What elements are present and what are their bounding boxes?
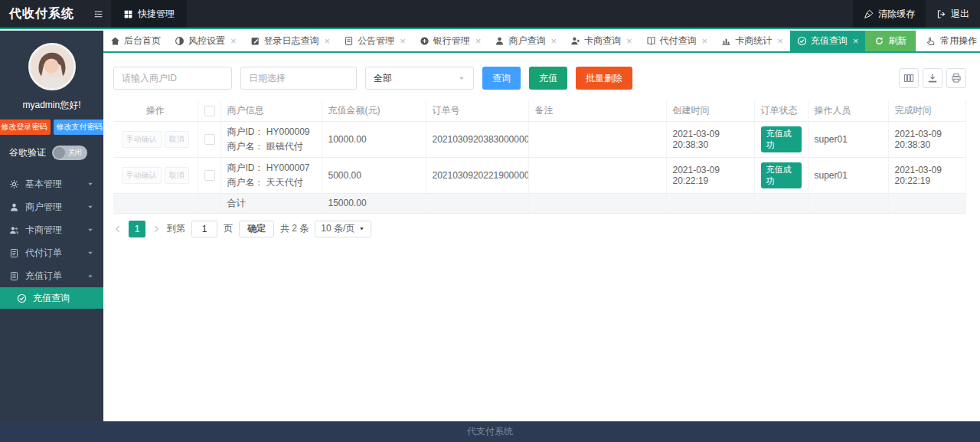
table-header-row: 操作 商户信息 充值金额(元) 订单号 备注 创建时间 订单状态 操作人员 完成…	[113, 100, 966, 121]
change-pay-password-button[interactable]: 修改支付密码	[54, 120, 106, 135]
cancel-button[interactable]: 取消	[165, 131, 189, 148]
batch-delete-button[interactable]: 批量删除	[576, 67, 632, 90]
logout-label: 退出	[951, 8, 969, 21]
change-login-password-button[interactable]: 修改登录密码	[0, 120, 51, 135]
tab-label: 银行管理	[433, 34, 470, 47]
cancel-button[interactable]: 取消	[165, 167, 189, 184]
sidebar-item-recharge-query[interactable]: 充值查询	[0, 287, 103, 309]
grid-icon	[123, 9, 133, 19]
col-header-merchant-info: 商户信息	[220, 100, 322, 121]
sidebar-item-basic-management[interactable]: 基本管理	[0, 172, 103, 195]
home-icon	[110, 36, 120, 46]
topbar-spacer	[187, 0, 853, 28]
tab-notice-management[interactable]: 公告管理 ×	[337, 31, 413, 51]
total-amount: 15000.00	[322, 193, 426, 213]
tab-label: 公告管理	[358, 34, 394, 47]
col-header-operator: 操作人员	[808, 100, 888, 121]
col-header-created: 创建时间	[666, 100, 754, 121]
row-checkbox[interactable]	[204, 170, 215, 181]
search-button[interactable]: 查询	[482, 67, 521, 90]
filter-bar: 全部 查询 充值 批量删除	[103, 53, 980, 90]
refresh-button[interactable]: 刷新	[865, 31, 916, 51]
tab-merchant-query[interactable]: 商户查询 ×	[488, 31, 564, 51]
close-tab-icon[interactable]: ×	[626, 36, 632, 46]
select-all-checkbox[interactable]	[204, 106, 215, 116]
print-button[interactable]	[946, 68, 966, 88]
tab-label: 充值查询	[811, 34, 848, 47]
manual-confirm-button[interactable]: 手动确认	[122, 167, 162, 184]
broom-icon	[864, 9, 874, 19]
sidebar-item-merchant-management[interactable]: 商户管理	[0, 195, 103, 218]
date-picker-input[interactable]	[240, 67, 357, 90]
sidebar-item-recharge-orders[interactable]: 充值订单	[0, 264, 103, 287]
amount-cell: 5000.00	[322, 157, 426, 193]
page-footer: 代支付系统	[0, 421, 980, 442]
tab-bank-management[interactable]: 银行管理 ×	[413, 31, 488, 51]
top-bar: 代收付系统 快捷管理 清除缓存 退出	[0, 0, 980, 29]
prev-page-icon[interactable]	[113, 224, 122, 234]
goto-confirm-button[interactable]: 确定	[239, 221, 274, 237]
sidebar-toggle-icon[interactable]	[86, 0, 111, 28]
menu-label: 卡商管理	[25, 224, 80, 237]
chevron-down-icon	[458, 74, 466, 82]
menu-label: 代付订单	[25, 247, 80, 260]
gear-icon	[9, 179, 19, 189]
row-checkbox[interactable]	[204, 134, 215, 145]
quick-manage-tab[interactable]: 快捷管理	[111, 0, 187, 28]
page-size-value: 10 条/页	[321, 222, 354, 235]
tab-pay-query[interactable]: 代付查询 ×	[639, 31, 715, 51]
sidebar-item-card-merchant-management[interactable]: 卡商管理	[0, 218, 103, 241]
logout-button[interactable]: 退出	[926, 0, 980, 28]
tab-card-merchant-stats[interactable]: 卡商统计 ×	[714, 31, 790, 51]
tab-recharge-query[interactable]: 充值查询 ×	[790, 31, 866, 51]
book-icon	[646, 36, 656, 46]
clear-cache-button[interactable]: 清除缓存	[853, 0, 926, 28]
tab-login-log-query[interactable]: 登录日志查询 ×	[243, 31, 338, 51]
close-tab-icon[interactable]: ×	[853, 36, 859, 46]
toggle-state-label: 关闭	[68, 148, 82, 158]
tab-risk-settings[interactable]: 风控设置 ×	[168, 31, 243, 51]
tab-label: 后台首页	[124, 34, 161, 47]
chevron-up-icon	[87, 272, 94, 280]
next-page-icon[interactable]	[152, 224, 161, 234]
export-button[interactable]	[923, 68, 942, 88]
close-tab-icon[interactable]: ×	[400, 36, 406, 46]
finished-cell: 2021-03-09 20:22:19	[888, 157, 966, 193]
avatar[interactable]	[28, 43, 76, 90]
columns-toggle-button[interactable]	[899, 68, 919, 88]
close-tab-icon[interactable]: ×	[325, 36, 331, 46]
tab-card-merchant-query[interactable]: 卡商查询 ×	[564, 31, 639, 51]
google-auth-toggle[interactable]: 关闭	[52, 146, 87, 160]
close-tab-icon[interactable]: ×	[230, 36, 237, 46]
sidebar-item-pay-orders[interactable]: 代付订单	[0, 241, 103, 264]
tab-label: 代付查询	[660, 34, 697, 47]
user-plus-icon	[570, 36, 580, 46]
total-row: 合计 15000.00	[113, 193, 966, 213]
goto-page-input[interactable]	[191, 221, 217, 237]
total-label: 合计	[220, 193, 322, 213]
app-logo: 代收付系统	[0, 0, 86, 28]
total-count-label: 共 2 条	[280, 222, 309, 235]
close-tab-icon[interactable]: ×	[702, 36, 708, 46]
close-tab-icon[interactable]: ×	[550, 36, 557, 46]
hand-pointer-icon	[926, 36, 936, 46]
refresh-label: 刷新	[888, 34, 906, 47]
page-number-button[interactable]: 1	[129, 221, 145, 237]
chevron-down-icon	[87, 180, 94, 188]
export-icon	[927, 73, 938, 83]
submenu-label: 充值查询	[33, 292, 70, 305]
sidebar-menu: 基本管理 商户管理 卡商管理 代付订单 充值订单 充值查询	[0, 172, 103, 309]
close-tab-icon[interactable]: ×	[777, 36, 783, 46]
tab-home[interactable]: 后台首页	[103, 31, 168, 51]
recharge-button[interactable]: 充值	[529, 67, 567, 90]
common-operations-dropdown[interactable]: 常用操作	[916, 31, 980, 51]
status-select[interactable]: 全部	[365, 67, 474, 90]
page-size-select[interactable]: 10 条/页	[315, 221, 371, 237]
manual-confirm-button[interactable]: 手动确认	[122, 131, 162, 148]
user-icon	[495, 36, 505, 46]
merchant-id-input[interactable]	[113, 67, 232, 90]
app-title: 代收付系统	[9, 6, 74, 22]
menu-label: 充值订单	[25, 270, 80, 283]
close-tab-icon[interactable]: ×	[475, 36, 482, 46]
google-auth-label: 谷歌验证	[9, 146, 46, 159]
